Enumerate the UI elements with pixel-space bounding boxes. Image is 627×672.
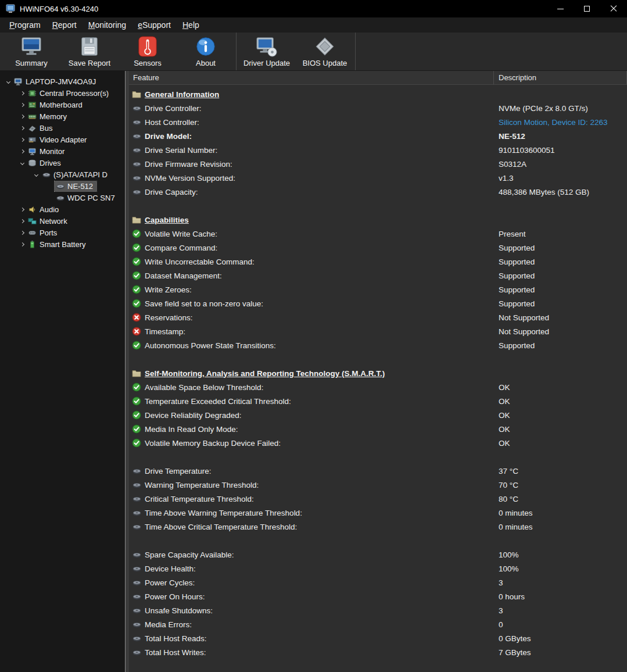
feature-row-temperature-exceeded-critical-threshold[interactable]: Temperature Exceeded Critical Threshold:…: [129, 394, 627, 408]
feature-row-drive-firmware-revision[interactable]: Drive Firmware Revision:S0312A: [129, 157, 627, 171]
about-button[interactable]: About: [177, 33, 235, 70]
feature-row-media-in-read-only-mode[interactable]: Media In Read Only Mode:OK: [129, 422, 627, 436]
feature-cell: Drive Controller:: [129, 103, 494, 113]
feature-cell: Drive Temperature:: [129, 466, 494, 476]
feature-row-autonomous-power-state-transitions[interactable]: Autonomous Power State Transitions:Suppo…: [129, 338, 627, 352]
tree-item-laptop-jmv4oa9j[interactable]: LAPTOP-JMV4OA9J: [0, 76, 125, 87]
section-row-self-monitoring-analysis-and-reporting-technology-s-m-a-r-t[interactable]: Self-Monitoring, Analysis and Reporting …: [129, 366, 627, 380]
sensors-button[interactable]: Sensors: [119, 33, 177, 70]
menu-item-program[interactable]: Program: [3, 19, 46, 31]
tree-item-bus[interactable]: Bus: [0, 122, 125, 134]
drive-icon: [132, 592, 141, 601]
feature-row-spare-capacity-available[interactable]: Spare Capacity Available:100%: [129, 548, 627, 562]
feature-row-unsafe-shutdowns[interactable]: Unsafe Shutdowns:3: [129, 603, 627, 617]
cpu-icon: [28, 89, 37, 98]
description-value: 0: [494, 620, 627, 629]
minimize-button[interactable]: [547, 0, 574, 17]
bios-update-button[interactable]: BIOS Update: [296, 33, 354, 70]
feature-row-write-zeroes[interactable]: Write Zeroes:Supported: [129, 283, 627, 296]
collapse-arrow-icon[interactable]: [17, 162, 27, 165]
feature-row-available-space-below-threshold[interactable]: Available Space Below Threshold:OK: [129, 380, 627, 394]
close-button[interactable]: [600, 0, 627, 17]
feature-row-save-field-set-to-a-non-zero-value[interactable]: Save field set to a non-zero value:Suppo…: [129, 296, 627, 310]
tree-item-label: Drives: [40, 159, 61, 167]
menu-item-report[interactable]: Report: [46, 19, 83, 31]
feature-row-drive-capacity[interactable]: Drive Capacity:488,386 MBytes (512 GB): [129, 185, 627, 199]
feature-row-device-health[interactable]: Device Health:100%: [129, 562, 627, 576]
expand-arrow-icon[interactable]: [17, 243, 27, 246]
expand-arrow-icon[interactable]: [17, 103, 27, 106]
column-header-description[interactable]: Description: [494, 71, 627, 84]
tree-item-motherboard[interactable]: Motherboard: [0, 99, 125, 110]
tree-item-ports[interactable]: Ports: [0, 227, 125, 238]
feature-row-time-above-critical-temperature-threshold[interactable]: Time Above Critical Temperature Threshol…: [129, 520, 627, 534]
expand-arrow-icon[interactable]: [17, 208, 27, 211]
feature-row-reservations[interactable]: Reservations:Not Supported: [129, 310, 627, 324]
menu-item-help[interactable]: Help: [177, 19, 205, 31]
feature-row-device-reliablity-degraded[interactable]: Device Reliablity Degraded:OK: [129, 408, 627, 422]
feature-row-host-controller[interactable]: Host Controller:Silicon Motion, Device I…: [129, 115, 627, 129]
tree-item-monitor[interactable]: Monitor: [0, 145, 125, 157]
section-row-general-information[interactable]: General Information: [129, 87, 627, 101]
feature-row-total-host-writes[interactable]: Total Host Writes:7 GBytes: [129, 645, 627, 659]
tree-item-memory[interactable]: Memory: [0, 110, 125, 122]
maximize-button[interactable]: [574, 0, 600, 17]
tree-item-network[interactable]: Network: [0, 215, 125, 227]
expand-arrow-icon[interactable]: [17, 138, 27, 141]
feature-row-volatile-write-cache[interactable]: Volatile Write Cache:Present: [129, 227, 627, 241]
feature-row-drive-serial-number[interactable]: Drive Serial Number:9101103600051: [129, 143, 627, 157]
feature-label: Drive Capacity:: [145, 188, 198, 196]
feature-row-timestamp[interactable]: Timestamp:Not Supported: [129, 324, 627, 338]
menu-item-monitoring[interactable]: Monitoring: [83, 19, 132, 31]
tree-item-drives[interactable]: Drives: [0, 157, 125, 169]
save-report-button[interactable]: Save Report: [60, 33, 119, 70]
tree-item-smart-battery[interactable]: Smart Battery: [0, 238, 125, 250]
description-value: 7 GBytes: [494, 648, 627, 657]
tree-node: Audio: [27, 205, 62, 215]
feature-label: Critical Temperature Threshold:: [145, 495, 254, 503]
expand-arrow-icon[interactable]: [17, 220, 27, 223]
feature-row-drive-temperature[interactable]: Drive Temperature:37 °C: [129, 464, 627, 478]
feature-row-drive-model[interactable]: Drive Model:NE-512: [129, 129, 627, 143]
feature-row-compare-command[interactable]: Compare Command:Supported: [129, 241, 627, 255]
feature-row-time-above-warning-temperature-threshold[interactable]: Time Above Warning Temperature Threshold…: [129, 506, 627, 520]
collapse-arrow-icon[interactable]: [31, 173, 41, 176]
feature-row-critical-temperature-threshold[interactable]: Critical Temperature Threshold:80 °C: [129, 492, 627, 506]
description-value: 37 °C: [494, 467, 627, 476]
tree-item-video-adapter[interactable]: Video Adapter: [0, 134, 125, 145]
feature-row-drive-controller[interactable]: Drive Controller:NVMe (PCIe 2x 8.0 GT/s): [129, 101, 627, 115]
tree-item-ne-512[interactable]: NE-512: [0, 180, 125, 192]
tree-node: Memory: [27, 112, 70, 121]
section-row-capabilities[interactable]: Capabilities: [129, 213, 627, 227]
expand-arrow-icon[interactable]: [17, 127, 27, 130]
expand-arrow-icon[interactable]: [17, 115, 27, 118]
tree-item-central-processor-s[interactable]: Central Processor(s): [0, 87, 125, 99]
tree-item-audio[interactable]: Audio: [0, 203, 125, 215]
collapse-arrow-icon[interactable]: [3, 80, 13, 83]
summary-button[interactable]: Summary: [2, 33, 60, 70]
feature-row-dataset-management[interactable]: Dataset Management:Supported: [129, 269, 627, 283]
feature-row-nvme-version-supported[interactable]: NVMe Version Supported:v1.3: [129, 171, 627, 185]
feature-row-volatile-memory-backup-device-failed[interactable]: Volatile Memory Backup Device Failed:OK: [129, 436, 627, 450]
minimize-icon: [557, 9, 564, 9]
feature-row-power-cycles[interactable]: Power Cycles:3: [129, 576, 627, 589]
expand-arrow-icon[interactable]: [17, 150, 27, 153]
drive-icon: [132, 117, 141, 127]
driver-update-button[interactable]: Driver Update: [238, 33, 296, 70]
column-header-feature[interactable]: Feature: [129, 71, 494, 84]
feature-cell: Time Above Critical Temperature Threshol…: [129, 522, 494, 531]
expand-arrow-icon[interactable]: [17, 92, 27, 95]
panel-splitter[interactable]: [125, 71, 129, 672]
driver-update-icon: [255, 35, 278, 58]
feature-row-media-errors[interactable]: Media Errors:0: [129, 617, 627, 631]
maximize-icon: [584, 6, 590, 12]
menu-item-esupport[interactable]: eSupport: [132, 19, 177, 31]
feature-row-write-uncorrectable-command[interactable]: Write Uncorrectable Command:Supported: [129, 255, 627, 269]
tree-item-s-ata-atapi-d[interactable]: (S)ATA/ATAPI D: [0, 169, 125, 180]
feature-row-total-host-reads[interactable]: Total Host Reads:0 GBytes: [129, 631, 627, 645]
tree-item-wdc-pc-sn7[interactable]: WDC PC SN7: [0, 192, 125, 203]
feature-row-power-on-hours[interactable]: Power On Hours:0 hours: [129, 589, 627, 603]
feature-row-warning-temperature-threshold[interactable]: Warning Temperature Threshold:70 °C: [129, 478, 627, 492]
expand-arrow-icon[interactable]: [17, 231, 27, 234]
toolbar-button-label: Sensors: [134, 59, 162, 67]
